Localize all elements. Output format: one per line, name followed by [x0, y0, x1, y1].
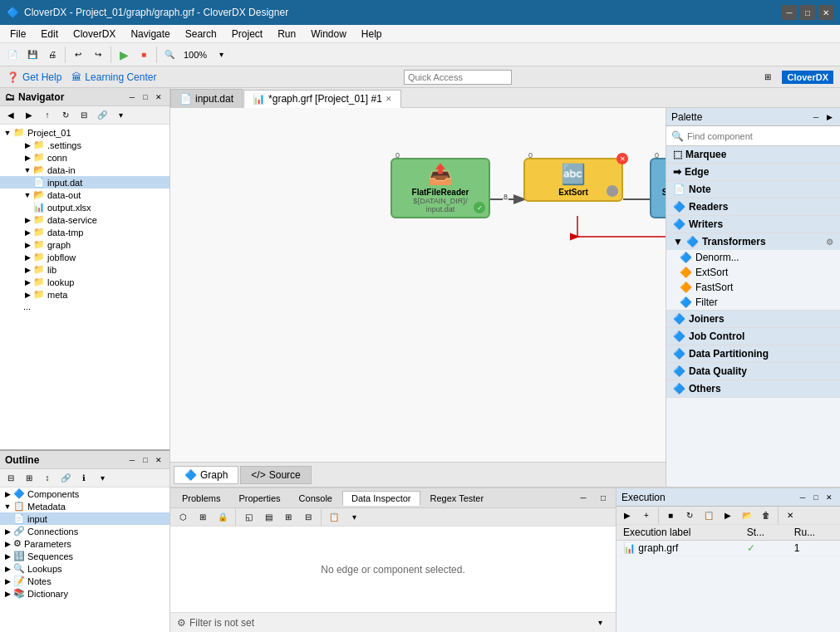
- nav-lib[interactable]: ▶ 📁 lib: [0, 263, 169, 276]
- menu-window[interactable]: Window: [304, 27, 353, 42]
- exec-btn-play2[interactable]: ▶: [719, 507, 737, 525]
- palette-note-header[interactable]: 📄 Note: [666, 181, 840, 198]
- connections-expand[interactable]: ▶: [3, 527, 12, 536]
- inspector-btn3[interactable]: 🔒: [214, 508, 232, 527]
- bottom-minimize[interactable]: ─: [574, 489, 592, 507]
- nav-link[interactable]: 🔗: [93, 106, 111, 125]
- outline-sequences[interactable]: ▶ 🔢 Sequences: [0, 550, 169, 562]
- data-service-expand[interactable]: ▶: [23, 216, 32, 224]
- outline-metadata[interactable]: ▼ 📋 Metadata: [0, 500, 169, 512]
- outline-close[interactable]: ✕: [153, 454, 165, 466]
- toolbar-stop[interactable]: ■: [135, 46, 153, 64]
- inspector-btn6[interactable]: ⊞: [279, 508, 297, 527]
- bottom-tab-regex[interactable]: Regex Tester: [422, 492, 493, 505]
- project-expand-icon[interactable]: ▼: [3, 129, 12, 137]
- sequences-expand[interactable]: ▶: [3, 552, 12, 561]
- lib-expand[interactable]: ▶: [23, 266, 32, 274]
- menu-run[interactable]: Run: [271, 27, 302, 42]
- navigator-maximize[interactable]: □: [140, 91, 151, 103]
- palette-item-denorm[interactable]: 🔷 Denorm...: [666, 250, 840, 265]
- outline-dictionary[interactable]: ▶ 📚 Dictionary: [0, 587, 169, 600]
- navigator-minimize[interactable]: ─: [126, 91, 138, 103]
- nav-data-tmp[interactable]: ▶ 📁 data-tmp: [0, 226, 169, 238]
- exec-btn-open[interactable]: 📂: [738, 507, 756, 525]
- nav-input-dat[interactable]: 📄 input.dat: [0, 176, 169, 189]
- menu-navigate[interactable]: Navigate: [124, 27, 176, 42]
- palette-job-control-header[interactable]: 🔷 Job Control: [666, 328, 840, 345]
- nav-data-in[interactable]: ▼ 📂 data-in: [0, 164, 169, 176]
- palette-minimize[interactable]: ─: [810, 111, 822, 123]
- palette-marquee-header[interactable]: ⬚ Marquee: [666, 146, 840, 163]
- node-flat-file-reader[interactable]: 0 📤 FlatFileReader ${DATAIN_DIR}/input.d…: [391, 158, 490, 218]
- notes-expand[interactable]: ▶: [3, 577, 12, 585]
- toolbar-print[interactable]: 🖨: [43, 46, 61, 64]
- nav-back[interactable]: ◀: [2, 106, 20, 125]
- inspector-btn8[interactable]: 📋: [325, 508, 343, 527]
- outline-lookups[interactable]: ▶ 🔍 Lookups: [0, 562, 169, 575]
- outline-btn1[interactable]: ⊟: [2, 469, 20, 487]
- outline-btn3[interactable]: ↕: [38, 469, 56, 487]
- maximize-button[interactable]: □: [800, 5, 815, 20]
- data-out-expand[interactable]: ▼: [23, 191, 32, 199]
- node-ext-sort[interactable]: 0 ✕ 🔤 ExtSort: [523, 158, 623, 202]
- graph-canvas[interactable]: 8 0 📤 FlatFileReader ${DATAIN_DIR}/input…: [170, 108, 666, 462]
- nav-conn[interactable]: ▶ 📁 conn: [0, 151, 169, 164]
- bottom-tab-console[interactable]: Console: [291, 492, 341, 505]
- lookup-expand[interactable]: ▶: [23, 278, 32, 287]
- bottom-tab-problems[interactable]: Problems: [174, 492, 228, 505]
- navigator-close[interactable]: ✕: [153, 91, 165, 103]
- exec-maximize[interactable]: □: [810, 492, 822, 503]
- palette-edge-header[interactable]: ➡ Edge: [666, 164, 840, 180]
- palette-readers-header[interactable]: 🔷 Readers: [666, 198, 840, 215]
- outline-minimize[interactable]: ─: [126, 454, 138, 466]
- bottom-tab-properties[interactable]: Properties: [230, 492, 288, 505]
- exec-btn-copy[interactable]: 📋: [700, 507, 718, 525]
- toolbar-zoom-dropdown[interactable]: ▾: [212, 46, 230, 64]
- exec-row-graph[interactable]: 📊 graph.grf ✓ 1: [616, 541, 840, 556]
- conn-expand[interactable]: ▶: [23, 154, 32, 162]
- outline-maximize[interactable]: □: [140, 454, 151, 466]
- outline-notes[interactable]: ▶ 📝 Notes: [0, 575, 169, 587]
- graph-tab-graph[interactable]: 🔷 Graph: [174, 466, 238, 484]
- nav-settings[interactable]: ▶ 📁 .settings: [0, 139, 169, 151]
- palette-writers-header[interactable]: 🔷 Writers: [666, 216, 840, 233]
- components-expand[interactable]: ▶: [3, 490, 12, 498]
- close-button[interactable]: ✕: [818, 5, 833, 20]
- outline-parameters[interactable]: ▶ ⚙ Parameters: [0, 537, 169, 550]
- menu-help[interactable]: Help: [355, 27, 389, 42]
- perspective-button[interactable]: ⊞: [759, 68, 777, 86]
- nav-output-xlsx[interactable]: 📊 output.xlsx: [0, 201, 169, 213]
- palette-item-extsort[interactable]: 🔶 ExtSort: [666, 265, 840, 280]
- menu-file[interactable]: File: [3, 27, 32, 42]
- toolbar-zoom-in[interactable]: 🔍: [160, 46, 179, 64]
- nav-collapse[interactable]: ⊟: [75, 106, 93, 125]
- exec-btn-clear[interactable]: 🗑: [757, 507, 775, 525]
- meta-expand[interactable]: ▶: [23, 291, 32, 299]
- inspector-btn7[interactable]: ⊟: [299, 508, 317, 527]
- inspector-btn5[interactable]: ▤: [259, 508, 278, 527]
- graph-expand[interactable]: ▶: [23, 241, 32, 249]
- outline-btn4[interactable]: 🔗: [56, 469, 75, 487]
- toolbar-redo[interactable]: ↪: [89, 46, 107, 64]
- jobflow-expand[interactable]: ▶: [23, 253, 32, 262]
- outline-btn2[interactable]: ⊞: [20, 469, 38, 487]
- filter-dropdown[interactable]: ▾: [591, 614, 609, 632]
- tab-input-dat[interactable]: 📄 input.dat: [170, 89, 243, 107]
- menu-cloverdx[interactable]: CloverDX: [66, 27, 122, 42]
- parameters-expand[interactable]: ▶: [3, 540, 12, 548]
- nav-refresh[interactable]: ↻: [56, 106, 75, 125]
- outline-components[interactable]: ▶ 🔷 Components: [0, 487, 169, 500]
- inspector-btn1[interactable]: ⬡: [174, 508, 192, 527]
- metadata-expand[interactable]: ▼: [3, 502, 12, 511]
- outline-input[interactable]: 📄 input: [0, 512, 169, 525]
- nav-meta[interactable]: ▶ 📁 meta: [0, 288, 169, 301]
- toolbar-run[interactable]: ▶: [115, 46, 133, 64]
- bottom-tab-data-inspector[interactable]: Data Inspector: [342, 491, 420, 506]
- nav-data-out[interactable]: ▼ 📂 data-out: [0, 189, 169, 201]
- palette-transformers-config-icon[interactable]: ⚙: [826, 238, 833, 247]
- nav-graph[interactable]: ▶ 📁 graph: [0, 238, 169, 251]
- palette-others-header[interactable]: 🔷 Others: [666, 380, 840, 397]
- nav-lookup[interactable]: ▶ 📁 lookup: [0, 276, 169, 288]
- palette-data-part-header[interactable]: 🔷 Data Partitioning: [666, 345, 840, 362]
- palette-data-quality-header[interactable]: 🔷 Data Quality: [666, 363, 840, 380]
